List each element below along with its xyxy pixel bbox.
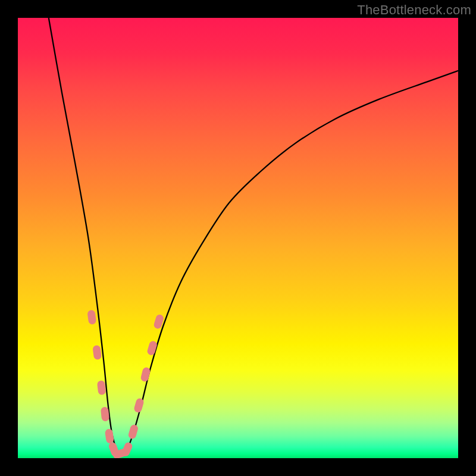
highlight-markers bbox=[87, 309, 164, 458]
curve-layer bbox=[18, 18, 458, 458]
marker-capsule bbox=[146, 340, 158, 356]
marker-capsule bbox=[87, 309, 96, 325]
chart-container: TheBottleneck.com bbox=[0, 0, 476, 476]
marker-capsule bbox=[140, 367, 151, 382]
marker-capsule bbox=[127, 424, 139, 440]
plot-area bbox=[18, 18, 458, 458]
marker-capsule bbox=[92, 345, 102, 361]
marker-capsule bbox=[105, 428, 114, 444]
watermark-text: TheBottleneck.com bbox=[357, 2, 471, 18]
bottleneck-curve bbox=[49, 18, 458, 455]
marker-capsule bbox=[97, 380, 107, 395]
bottleneck-curve-path bbox=[49, 18, 458, 455]
